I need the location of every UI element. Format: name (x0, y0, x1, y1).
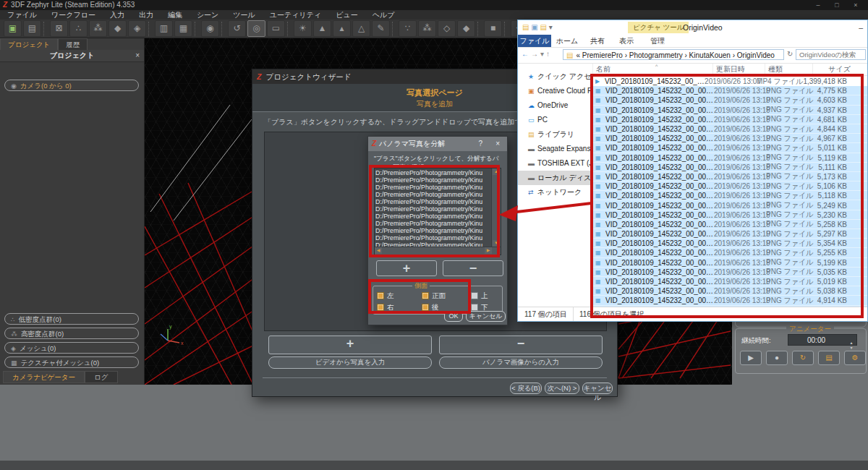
mesh-icon[interactable]: ◆ (109, 20, 127, 37)
horizontal-scrollbar[interactable]: ◀ ▶ (375, 247, 501, 255)
panorama-path-item[interactable]: D:/PremierePro/Photogrammetry/Kinu (375, 176, 491, 184)
sparse-points-icon[interactable]: ∴ (69, 20, 88, 37)
back-icon[interactable]: ← (522, 50, 531, 58)
tab-home[interactable]: ホーム (551, 35, 583, 47)
asset-pill[interactable]: ◈メッシュ(0) (4, 342, 139, 354)
bottom-tab[interactable]: カメラナビゲーター (3, 371, 85, 383)
play-button[interactable]: ▶ (740, 351, 762, 365)
panel-tab[interactable]: プロジェクト (0, 38, 58, 50)
panorama-path-item[interactable]: D:/PremierePro/Photogrammetry/Kinu (375, 213, 491, 220)
face-checkbox[interactable]: 上 (471, 290, 500, 302)
VID_20180109_145232_00_004(1)_frame00...[interactable]: ▦ VID_20180109_145232_00_004(1)_frame00.… (593, 258, 867, 268)
sidebar-creative-cloud[interactable]: ▣Creative Cloud Files (518, 84, 592, 98)
record-button[interactable]: ● (766, 351, 788, 365)
cameras-item[interactable]: ◉カメラ(0 から 0) (4, 80, 139, 91)
back-button[interactable]: < 戻る(B) (510, 383, 542, 394)
copy-box-icon[interactable]: ▥ (155, 20, 173, 37)
cancel-button[interactable]: キャンセル (582, 383, 613, 394)
panorama-file-list[interactable]: D:/PremierePro/Photogrammetry/KinuD:/Pre… (374, 168, 501, 255)
column-size[interactable]: サイズ (813, 64, 855, 75)
face-checkbox[interactable]: 右 (377, 302, 422, 313)
tab-share[interactable]: 共有 (583, 35, 612, 47)
VID_20180109_145232_00_004(1)_frame00...[interactable]: ▦ VID_20180109_145232_00_004(1)_frame00.… (593, 143, 867, 153)
wireframe-view-icon[interactable]: △ (352, 20, 370, 37)
menu-item[interactable]: シーン (190, 10, 226, 20)
save-icon[interactable]: ▤ (23, 20, 41, 37)
VID_20180109_145232_00_004(1)_frame00...[interactable]: ▦ VID_20180109_145232_00_004(1)_frame00.… (593, 248, 867, 257)
sidebar-seagate-drive[interactable]: ▬Seagate Expansion Dr (518, 142, 592, 156)
menu-item[interactable]: ユーティリティ (263, 10, 328, 20)
VID_20180109_145232_00_004(1)_frame00...[interactable]: ▦ VID_20180109_145232_00_004(1)_frame00.… (593, 86, 867, 95)
vertical-scrollbar[interactable]: ▲ ▼ (491, 168, 501, 247)
chevron-down-icon[interactable]: ▾ (549, 23, 553, 31)
VID_20180109_145232_00_004(1)_frame00...[interactable]: ▦ VID_20180109_145232_00_004(1)_frame00.… (593, 172, 867, 181)
VID_20180109_145232_00_004(1)_frame00...[interactable]: ▦ VID_20180109_145232_00_004(1)_frame00.… (593, 277, 867, 286)
cancel-button[interactable]: キャンセル (466, 311, 506, 322)
panorama-path-item[interactable]: D:/PremierePro/Photogrammetry/Kinu (375, 191, 491, 198)
refresh-icon[interactable]: ↻ (787, 50, 793, 58)
sidebar-toshiba-drive[interactable]: ▬TOSHIBA EXT (J:) (518, 156, 592, 171)
explorer-titlebar[interactable]: ▤ ▣ ▤ ▾ ピクチャ ツール OriginVideo – (518, 20, 867, 35)
scroll-down-icon[interactable]: ▼ (493, 240, 500, 247)
checkbox-icon[interactable] (422, 304, 429, 311)
settings-gear-button[interactable]: ⚙ (844, 351, 866, 365)
column-date[interactable]: 更新日時 (713, 64, 765, 75)
menu-item[interactable]: 入力 (103, 10, 132, 20)
tab-manage[interactable]: 管理 (641, 35, 674, 47)
VID_20180109_145232_00_004(1)_frame00...[interactable]: ▦ VID_20180109_145232_00_004(1)_frame00.… (593, 115, 867, 124)
VID_20180109_145232_00_004(1)_frame00...[interactable]: ▦ VID_20180109_145232_00_004(1)_frame00.… (593, 106, 867, 115)
next-button[interactable]: 次へ(N) > (545, 383, 579, 394)
VID_20180109_145232_00_004(1)_frame00...[interactable]: ▦ VID_20180109_145232_00_004(1)_frame00.… (593, 181, 867, 191)
panorama-path-item[interactable]: D:/PremierePro/Photogrammetry/Kinu (375, 205, 491, 213)
scroll-right-icon[interactable]: ▶ (485, 247, 492, 254)
asset-pill[interactable]: ⁂高密度点群(0) (4, 328, 139, 339)
VID_20180109_145232_00_004(1)_frame00...[interactable]: ▦ VID_20180109_145232_00_004(1)_frame00.… (593, 239, 867, 248)
panorama-path-item[interactable]: D:/PremierePro/Photogrammetry/Kinu (375, 234, 491, 242)
column-name[interactable]: 名前 (593, 64, 713, 75)
points-view-icon[interactable]: ▲ (313, 20, 331, 37)
sidebar-local-disk-d[interactable]: ▬ローカル ディスク (D:) (518, 171, 592, 185)
face-checkbox[interactable]: 正面 (422, 290, 471, 302)
VID_20180109_145232_00_004(1)_frame00...[interactable]: ▦ VID_20180109_145232_00_004(1)_frame00.… (593, 286, 867, 296)
import-photos-icon[interactable]: ▣ (4, 20, 22, 37)
face-checkbox[interactable]: 左 (377, 290, 422, 302)
menu-item[interactable]: 編集 (161, 10, 190, 20)
panorama-path-item[interactable]: D:/PremierePro/Photogrammetry/Kinu (375, 227, 491, 234)
add-photos-button[interactable]: + (268, 336, 432, 354)
checkbox-icon[interactable] (422, 292, 429, 299)
cube-b-icon[interactable]: ◆ (457, 20, 475, 37)
explorer-minimize-button[interactable]: – (859, 20, 863, 35)
sidebar-library[interactable]: ▤ライブラリ (518, 127, 592, 142)
VID_20180109_145232_00_004(1)_frame00...[interactable]: ▦ VID_20180109_145232_00_004(1)_frame00.… (593, 296, 867, 305)
panorama-path-item[interactable]: D:/PremierePro/Photogrammetry/Kinu (375, 184, 491, 191)
import-from-video-button[interactable]: ビデオから写真を入力 (268, 356, 432, 369)
panorama-dialog-titlebar[interactable]: Zパノラマ写真を分解 ? × (368, 137, 507, 151)
tab-file[interactable]: ファイル (518, 35, 551, 47)
cube-a-icon[interactable]: ◇ (438, 20, 456, 37)
tab-view[interactable]: 表示 (612, 35, 641, 47)
VID_20180109_145232_00_004(1)_frame00...[interactable]: ▦ VID_20180109_145232_00_004(1)_frame00.… (593, 124, 867, 134)
ok-button[interactable]: OK (444, 311, 463, 322)
sidebar-onedrive[interactable]: ☁OneDrive (518, 98, 592, 113)
checkbox-icon[interactable] (471, 292, 478, 299)
scatter-b-icon[interactable]: ⁂ (418, 20, 436, 37)
select-region-icon[interactable]: ⊠ (50, 20, 68, 37)
VID_20180109_145232_00_004(1)_frame00...[interactable]: ▦ VID_20180109_145232_00_004(1)_frame00.… (593, 134, 867, 143)
points-view2-icon[interactable]: ▴ (333, 20, 351, 37)
VID_20180109_145232_00_004(1)_frame00...[interactable]: ▦ VID_20180109_145232_00_004(1)_frame00.… (593, 210, 867, 220)
maximize-button[interactable]: □ (827, 0, 846, 10)
VID_20180109_145232_00_004(1)_frame00...[interactable]: ▦ VID_20180109_145232_00_004(1)_frame00.… (593, 229, 867, 239)
checkbox-icon[interactable] (471, 304, 478, 311)
plane-icon[interactable]: ■ (484, 20, 502, 37)
up-icon[interactable]: ↑ (546, 50, 552, 58)
quick-access-toolbar[interactable]: ▤ ▣ ▤ ▾ (522, 20, 553, 35)
camera-icon[interactable]: ◉ (201, 20, 219, 37)
screen-icon[interactable]: ▭ (267, 20, 285, 37)
search-input[interactable] (796, 49, 866, 60)
checkbox-icon[interactable] (377, 292, 384, 299)
VID_20180109_145232_00_004(1)_frame00...[interactable]: ▦ VID_20180109_145232_00_004(1)_frame00.… (593, 268, 867, 277)
import-from-panorama-button[interactable]: パノラマ画像からの入力 (439, 356, 603, 369)
remove-photos-button[interactable]: − (439, 336, 603, 354)
menu-item[interactable]: ワークフロー (44, 10, 103, 20)
help-button[interactable]: ? (478, 137, 482, 151)
